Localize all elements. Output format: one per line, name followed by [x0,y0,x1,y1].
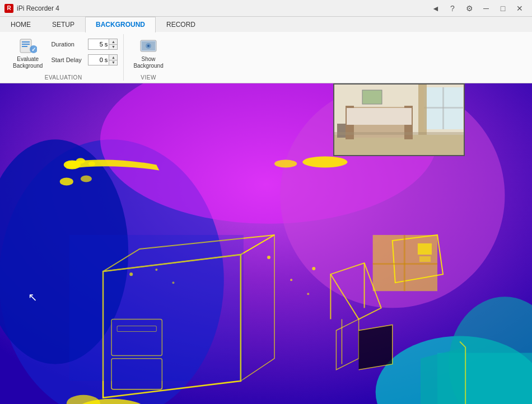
main-content: ↖ [0,83,532,404]
evaluate-icon: ✓ [19,37,37,55]
view-group-content: ShowBackground [129,34,167,72]
svg-rect-45 [69,235,244,381]
svg-rect-31 [404,235,405,291]
tab-setup[interactable]: SETUP [41,17,85,32]
duration-spinner[interactable]: ▲ ▼ [88,39,118,50]
svg-point-19 [76,158,85,163]
svg-point-24 [274,159,297,167]
duration-spinner-buttons: ▲ ▼ [109,39,117,49]
start-delay-up-button[interactable]: ▲ [109,55,117,60]
svg-rect-56 [418,84,427,135]
start-delay-row: Start Delay ▲ ▼ [51,54,118,65]
nav-back-button[interactable]: ◄ [428,2,444,15]
start-delay-down-button[interactable]: ▼ [109,60,117,65]
svg-rect-57 [337,124,346,138]
title-bar-left: R iPi Recorder 4 [4,4,59,13]
show-background-button[interactable]: ShowBackground [129,34,167,72]
svg-text:✓: ✓ [31,46,36,53]
svg-point-21 [81,176,92,182]
ribbon-group-evaluation: ✓ EvaluateBackground Duration ▲ ▼ [3,34,124,81]
evaluation-group-label: EVALUATION [9,72,118,81]
evaluate-background-button[interactable]: ✓ EvaluateBackground [9,34,46,72]
start-delay-spinner[interactable]: ▲ ▼ [88,54,118,65]
duration-down-button[interactable]: ▼ [109,44,117,49]
svg-point-38 [307,293,309,295]
duration-row: Duration ▲ ▼ [51,39,118,50]
svg-point-20 [88,161,95,166]
start-delay-label: Start Delay [51,57,86,63]
svg-rect-55 [347,108,412,125]
duration-input[interactable] [88,39,109,49]
title-bar: R iPi Recorder 4 ◄ ? ⚙ ─ □ ✕ [0,0,532,17]
maximize-button[interactable]: □ [495,2,511,15]
help-button[interactable]: ? [445,2,460,15]
show-background-label: ShowBackground [133,56,163,69]
svg-point-39 [312,267,315,270]
svg-rect-51 [424,107,463,109]
tab-record[interactable]: RECORD [156,17,206,32]
thumbnail-image [334,84,464,155]
svg-point-9 [147,45,150,47]
evaluation-group-content: ✓ EvaluateBackground Duration ▲ ▼ [9,34,118,72]
svg-rect-2 [22,44,30,45]
evaluation-controls: Duration ▲ ▼ Start Delay [51,39,118,68]
duration-label: Duration [51,41,86,48]
tab-background[interactable]: BACKGROUND [85,17,156,32]
svg-rect-3 [22,46,27,47]
title-bar-controls: ◄ ? ⚙ ─ □ ✕ [428,2,528,15]
evaluate-background-label: EvaluateBackground [13,56,43,69]
settings-button[interactable]: ⚙ [461,2,477,15]
svg-rect-58 [362,90,382,104]
svg-point-23 [302,156,347,167]
ribbon: HOME SETUP BACKGROUND RECORD ✓ [0,17,532,83]
start-delay-input[interactable] [88,55,109,65]
svg-rect-59 [334,132,465,135]
start-delay-spinner-buttons: ▲ ▼ [109,55,117,65]
app-title: iPi Recorder 4 [17,4,59,12]
svg-point-37 [290,279,292,281]
svg-rect-1 [22,41,30,43]
close-button[interactable]: ✕ [512,2,528,15]
svg-point-36 [267,256,270,259]
show-background-icon [139,37,157,55]
ribbon-tabs: HOME SETUP BACKGROUND RECORD [0,17,532,32]
view-group-label: VIEW [129,72,167,81]
svg-point-22 [60,178,73,186]
ribbon-body: ✓ EvaluateBackground Duration ▲ ▼ [0,32,532,83]
svg-rect-32 [373,263,437,265]
tab-home[interactable]: HOME [0,17,41,32]
background-thumbnail [333,83,465,156]
duration-up-button[interactable]: ▲ [109,39,117,44]
ribbon-group-view: ShowBackground VIEW [124,34,172,81]
app-logo: R [4,4,13,13]
minimize-button[interactable]: ─ [478,2,494,15]
